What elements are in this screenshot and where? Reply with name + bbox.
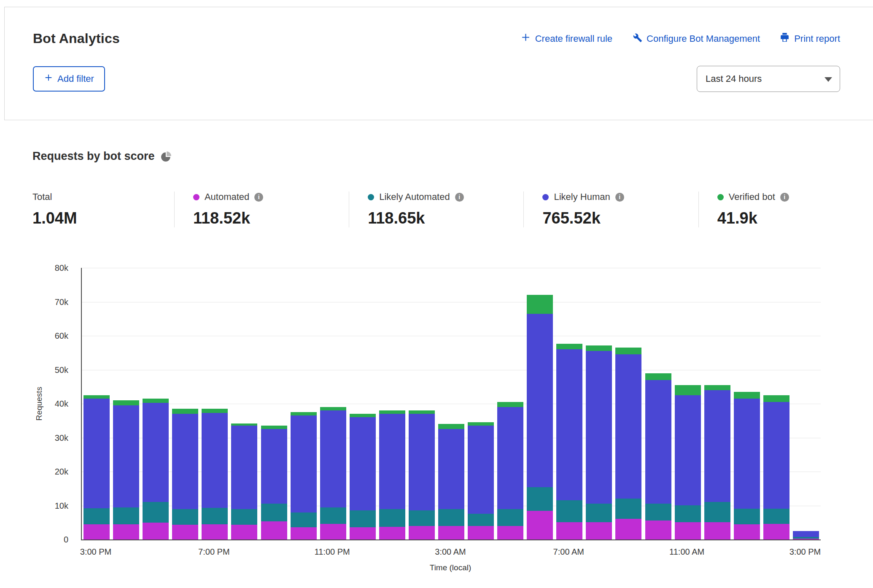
y-tick-label: 40k bbox=[9, 399, 68, 409]
stat-automated: Automated 118.52k bbox=[174, 192, 349, 227]
info-icon[interactable] bbox=[780, 193, 789, 202]
x-tick-label: 7:00 PM bbox=[198, 547, 229, 557]
stat-label: Likely Automated bbox=[379, 192, 450, 202]
bar-segment bbox=[438, 526, 464, 539]
bar-segment bbox=[113, 400, 139, 405]
bar-segment bbox=[379, 414, 405, 509]
time-range-value: Last 24 hours bbox=[706, 73, 762, 84]
bar bbox=[586, 345, 612, 539]
x-axis-title: Time (local) bbox=[430, 563, 472, 572]
bar-segment bbox=[84, 395, 110, 399]
info-icon[interactable] bbox=[615, 193, 624, 202]
bar-segment bbox=[675, 522, 701, 539]
bar-segment bbox=[84, 508, 110, 524]
legend-dot-verified-bot bbox=[717, 194, 724, 200]
plus-icon bbox=[44, 73, 53, 85]
wrench-icon bbox=[632, 32, 642, 45]
bar-segment bbox=[497, 407, 523, 509]
time-range-select[interactable]: Last 24 hours bbox=[697, 66, 840, 92]
plot-area bbox=[81, 268, 821, 540]
bar-segment bbox=[527, 314, 553, 487]
bar-segment bbox=[291, 412, 317, 415]
print-report-link[interactable]: Print report bbox=[779, 32, 840, 45]
bar bbox=[763, 395, 789, 539]
bar-segment bbox=[586, 522, 612, 539]
bar-segment bbox=[409, 526, 435, 539]
bar-segment bbox=[261, 426, 287, 429]
add-filter-label: Add filter bbox=[57, 73, 94, 84]
bar-segment bbox=[320, 410, 346, 507]
bar-segment bbox=[793, 531, 819, 537]
bar bbox=[645, 373, 671, 539]
bar-segment bbox=[172, 409, 198, 414]
bar-segment bbox=[291, 512, 317, 527]
bar-segment bbox=[350, 510, 376, 527]
y-tick-label: 50k bbox=[9, 365, 68, 375]
action-label: Print report bbox=[794, 33, 840, 44]
stat-value: 41.9k bbox=[717, 209, 873, 227]
add-filter-button[interactable]: Add filter bbox=[33, 66, 105, 92]
section-title: Requests by bot score bbox=[32, 150, 155, 163]
bar bbox=[261, 426, 287, 539]
bar bbox=[409, 410, 435, 539]
stats-row: Total 1.04M Automated 118.52k Likely Aut… bbox=[32, 192, 873, 227]
stat-label: Total bbox=[32, 192, 52, 202]
bar-segment bbox=[468, 426, 494, 514]
bar-segment bbox=[379, 410, 405, 414]
info-icon[interactable] bbox=[254, 193, 263, 202]
bar bbox=[202, 409, 228, 539]
bar bbox=[291, 412, 317, 539]
stat-value: 118.52k bbox=[193, 209, 349, 227]
bar bbox=[231, 423, 257, 539]
bar-segment bbox=[231, 509, 257, 525]
y-tick-label: 70k bbox=[9, 297, 68, 307]
page-title: Bot Analytics bbox=[33, 31, 120, 46]
bar-segment bbox=[261, 504, 287, 521]
page: Bot Analytics Create firewall rule Confi… bbox=[0, 7, 873, 588]
bar bbox=[734, 392, 760, 539]
bar-segment bbox=[84, 399, 110, 508]
bar-segment bbox=[527, 511, 553, 539]
bar-segment bbox=[675, 505, 701, 522]
action-label: Configure Bot Management bbox=[647, 33, 760, 44]
bar-segment bbox=[350, 527, 376, 539]
stat-likely-automated: Likely Automated 118.65k bbox=[349, 192, 523, 227]
x-tick-label: 3:00 PM bbox=[80, 547, 111, 557]
x-tick-label: 3:00 PM bbox=[789, 547, 821, 557]
bar bbox=[350, 414, 376, 539]
bar-segment bbox=[468, 526, 494, 539]
bar-segment bbox=[320, 407, 346, 410]
bar bbox=[497, 402, 523, 539]
configure-bot-management-link[interactable]: Configure Bot Management bbox=[632, 32, 760, 45]
bar-segment bbox=[468, 422, 494, 425]
action-label: Create firewall rule bbox=[535, 33, 612, 44]
bar-segment bbox=[527, 295, 553, 314]
bar-segment bbox=[291, 527, 317, 539]
bar-segment bbox=[763, 509, 789, 524]
bar bbox=[113, 400, 139, 539]
bar-segment bbox=[320, 507, 346, 524]
bar-segment bbox=[734, 524, 760, 539]
bar-segment bbox=[497, 509, 523, 526]
stat-likely-human: Likely Human 765.52k bbox=[523, 192, 698, 227]
bar-segment bbox=[734, 392, 760, 399]
bar-segment bbox=[615, 354, 641, 498]
bar bbox=[143, 399, 169, 539]
y-tick-label: 30k bbox=[9, 433, 68, 442]
stat-label: Automated bbox=[205, 192, 249, 202]
bar-segment bbox=[615, 348, 641, 354]
bar-segment bbox=[202, 524, 228, 539]
bar-segment bbox=[734, 399, 760, 509]
bar bbox=[527, 295, 553, 539]
info-icon[interactable] bbox=[455, 193, 464, 202]
bar-segment bbox=[556, 349, 582, 500]
create-firewall-rule-link[interactable]: Create firewall rule bbox=[520, 32, 612, 45]
bar-segment bbox=[704, 385, 730, 390]
x-tick-label: 3:00 AM bbox=[435, 547, 466, 557]
gridline bbox=[82, 336, 821, 336]
bar-segment bbox=[645, 521, 671, 539]
bar-segment bbox=[113, 507, 139, 524]
legend-dot-likely-automated bbox=[368, 194, 374, 200]
bar-segment bbox=[231, 525, 257, 539]
legend-dot-automated bbox=[193, 194, 199, 200]
